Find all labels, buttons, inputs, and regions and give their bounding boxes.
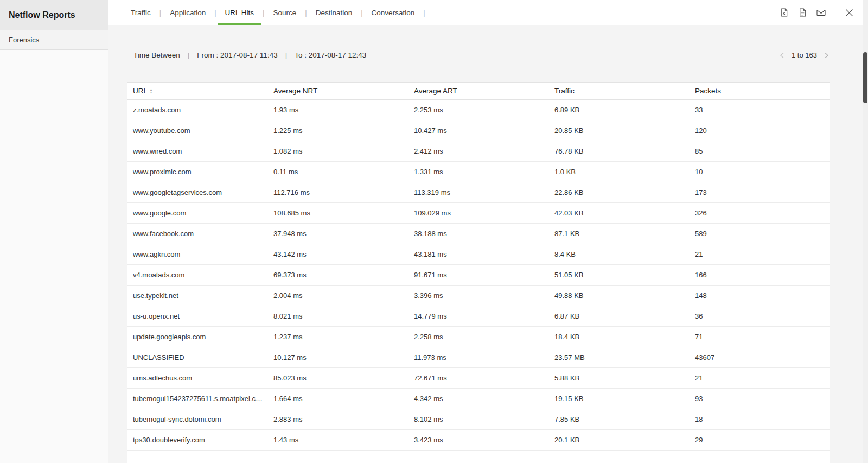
table-row[interactable]: tubemogul-sync.dotomi.com2.883 ms8.102 m… [127,409,830,430]
time-between-label: Time Between [133,51,180,59]
cell-average-art: 2.412 ms [409,141,549,162]
cell-traffic: 6.87 KB [549,306,690,327]
cell-average-nrt: 1.082 ms [268,141,409,162]
tab-application[interactable]: Application [167,0,208,25]
cell-average-nrt: 1.93 ms [268,100,409,120]
table-row[interactable]: www.proximic.com0.11 ms1.331 ms1.0 KB10 [127,162,830,182]
prev-page-button[interactable] [778,52,786,59]
cell-packets: 148 [690,286,830,306]
cell-average-art: 8.102 ms [409,409,549,430]
cell-packets: 166 [690,265,830,286]
cell-average-nrt: 1.43 ms [268,430,409,451]
cell-traffic: 23.57 MB [549,347,690,368]
table-row[interactable]: us-u.openx.net8.021 ms14.779 ms6.87 KB36 [127,306,830,327]
cell-url: us-u.openx.net [127,306,268,327]
cell-packets: 71 [690,327,830,347]
tab-separator: | [263,0,264,25]
table-row[interactable]: z.moatads.com1.93 ms2.253 ms6.89 KB33 [127,100,830,120]
cell-packets: 326 [690,203,830,224]
cell-average-art: 109.029 ms [409,203,549,224]
table-row[interactable]: www.agkn.com43.142 ms43.181 ms8.4 KB21 [127,244,830,265]
table-row[interactable]: tubemogul154237275611.s.moatpixel.com1.6… [127,389,830,409]
export-excel-icon[interactable] [778,7,790,18]
content-area: Time Between | From : 2017-08-17 11:43 |… [108,25,868,463]
cell-average-nrt: 108.685 ms [268,203,409,224]
table-row[interactable]: www.googletagservices.com112.716 ms113.3… [127,182,830,203]
cell-packets: 93 [690,389,830,409]
table-row[interactable]: www.youtube.com1.225 ms10.427 ms20.85 KB… [127,120,830,141]
scrollbar-thumb[interactable] [863,52,867,103]
tabs-nav: Traffic|Application|URL Hits|Source|Dest… [128,0,431,25]
tab-separator: | [361,0,362,25]
filter-row: Time Between | From : 2017-08-17 11:43 |… [127,51,830,59]
tab-source[interactable]: Source [271,0,299,25]
cell-traffic: 1.0 KB [549,162,690,182]
sort-icon[interactable]: ▴▾ [150,88,152,94]
column-header-packets[interactable]: Packets [690,83,830,100]
tab-traffic[interactable]: Traffic [128,0,154,25]
table-row[interactable]: ums.adtechus.com85.023 ms72.671 ms5.88 K… [127,368,830,389]
cell-url: update.googleapis.com [127,327,268,347]
cell-url: www.facebook.com [127,224,268,244]
table-row[interactable]: www.wired.com1.082 ms2.412 ms76.78 KB85 [127,141,830,162]
column-header-average-nrt[interactable]: Average NRT [268,83,409,100]
cell-packets: 120 [690,120,830,141]
close-icon[interactable] [843,7,855,18]
app-root: Netflow Reports Forensics Traffic|Applic… [0,0,868,463]
cell-average-art: 113.319 ms [409,182,549,203]
cell-url: v4.moatads.com [127,265,268,286]
cell-average-nrt: 69.373 ms [268,265,409,286]
url-hits-table: URL▴▾Average NRTAverage ARTTrafficPacket… [127,82,830,463]
cell-traffic: 87.1 KB [549,224,690,244]
cell-average-art: 2.258 ms [409,327,549,347]
cell-average-art: 72.671 ms [409,368,549,389]
cell-average-nrt: 2.004 ms [268,286,409,306]
tab-separator: | [305,0,307,25]
export-pdf-icon[interactable] [796,7,808,18]
tab-separator: | [159,0,161,25]
column-header-url[interactable]: URL▴▾ [127,83,268,100]
table-row[interactable]: update.googleapis.com1.237 ms2.258 ms18.… [127,327,830,347]
filter-separator: | [188,51,190,59]
cell-traffic: 20.1 KB [549,430,690,451]
tab-destination[interactable]: Destination [313,0,355,25]
cell-average-nrt: 43.142 ms [268,244,409,265]
cell-url: tps30.doubleverify.com [127,430,268,451]
tab-conversation[interactable]: Conversation [369,0,418,25]
cell-average-nrt: 1.237 ms [268,327,409,347]
cell-average-art: 2.253 ms [409,100,549,120]
cell-average-art: 3.396 ms [409,286,549,306]
cell-traffic: 5.88 KB [549,368,690,389]
sidebar-item-forensics[interactable]: Forensics [0,30,108,50]
next-page-button[interactable] [822,52,830,59]
vertical-scrollbar[interactable] [863,0,868,463]
cell-packets: 36 [690,306,830,327]
cell-traffic: 6.89 KB [549,100,690,120]
cell-traffic: 19.15 KB [549,389,690,409]
filter-separator: | [285,51,288,59]
cell-average-art: 43.181 ms [409,244,549,265]
cell-url: www.googletagservices.com [127,182,268,203]
cell-traffic: 49.88 KB [549,286,690,306]
cell-average-art: 38.188 ms [409,224,549,244]
time-from-value: From : 2017-08-17 11:43 [197,51,277,59]
email-icon[interactable] [815,7,827,18]
tab-url-hits[interactable]: URL Hits [222,0,257,25]
table-row[interactable]: UNCLASSIFIED10.127 ms11.973 ms23.57 MB43… [127,347,830,368]
table-row[interactable]: www.facebook.com37.948 ms38.188 ms87.1 K… [127,224,830,244]
cell-url: www.youtube.com [127,120,268,141]
cell-traffic: 20.85 KB [549,120,690,141]
cell-traffic: 18.4 KB [549,327,690,347]
cell-average-nrt: 1.664 ms [268,389,409,409]
column-header-average-art[interactable]: Average ART [409,83,549,100]
table-row[interactable]: www.google.com108.685 ms109.029 ms42.03 … [127,203,830,224]
cell-packets: 85 [690,141,830,162]
cell-traffic: 22.86 KB [549,182,690,203]
cell-average-art: 10.427 ms [409,120,549,141]
cell-average-art: 4.342 ms [409,389,549,409]
cell-average-art: 91.671 ms [409,265,549,286]
table-row[interactable]: tps30.doubleverify.com1.43 ms3.423 ms20.… [127,430,830,451]
table-row[interactable]: v4.moatads.com69.373 ms91.671 ms51.05 KB… [127,265,830,286]
table-row[interactable]: use.typekit.net2.004 ms3.396 ms49.88 KB1… [127,286,830,306]
column-header-traffic[interactable]: Traffic [549,83,690,100]
